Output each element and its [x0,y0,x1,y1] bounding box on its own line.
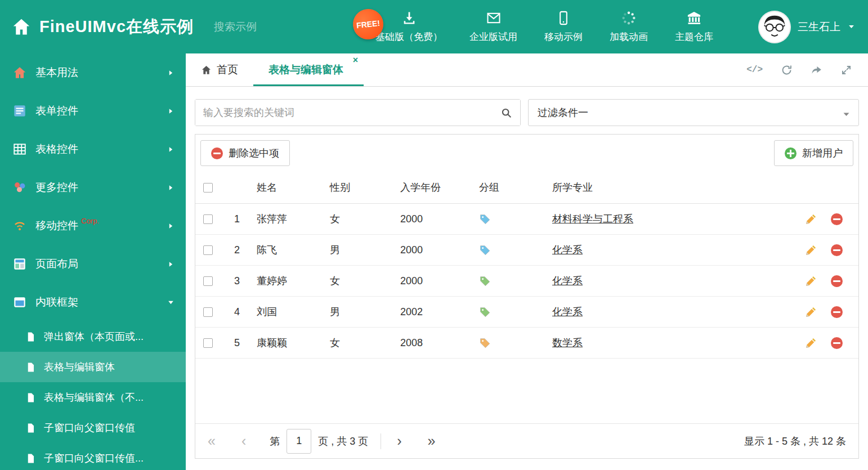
sidebar-item-label: 表格控件 [35,142,78,156]
major-link[interactable]: 材料科学与工程系 [552,213,633,225]
row-checkbox[interactable] [203,338,213,348]
download-icon [401,10,417,26]
keyword-search-input[interactable] [195,100,520,126]
sidebar-subitem-child-to-parent[interactable]: 子窗口向父窗口传值 [0,413,186,443]
caret-down-icon [842,110,851,117]
sidebar-subitem-grid-edit-window-2[interactable]: 表格与编辑窗体（不... [0,382,186,413]
delete-icon[interactable] [831,275,843,287]
row-gender: 女 [327,336,397,350]
sidebar-item-more-controls[interactable]: 更多控件 [0,168,186,207]
sidebar-subitem-grid-edit-window[interactable]: 表格与编辑窗体 [0,352,186,382]
next-page-icon[interactable]: › [397,434,401,448]
nav-basic-free[interactable]: FREE! 基础版（免费） [362,10,456,43]
nav-loading-animation[interactable]: 加载动画 [596,10,661,43]
filter-dropdown[interactable]: 过滤条件一 [528,99,859,126]
sidebar-subitem-child-to-parent-2[interactable]: 子窗口向父窗口传值... [0,443,186,470]
table-row: 5 康颖颖 女 2008 数学系 [195,328,858,359]
brand[interactable]: FineUIMvc在线示例 [0,16,194,38]
layout-icon [12,257,27,271]
grid-panel: 删除选中项 新增用户 姓名 性别 入学年份 分组 所学专业 1 张萍萍 [195,134,859,459]
sidebar-item-label: 更多控件 [35,180,78,195]
table-icon [12,142,27,156]
tab-bar: 首页 表格与编辑窗体 × </> [186,53,868,87]
delete-icon[interactable] [831,306,843,318]
major-link[interactable]: 化学系 [552,244,583,256]
table-row: 4 刘国 男 2002 化学系 [195,297,858,328]
edit-icon[interactable] [805,306,817,318]
open-new-window-icon[interactable] [811,64,822,76]
col-header-group: 分组 [476,181,549,194]
chevron-down-icon [167,299,175,306]
source-code-icon[interactable]: </> [746,65,763,75]
app-title: FineUIMvc在线示例 [39,16,194,38]
add-button-label: 新增用户 [802,146,843,160]
sidebar-item-form-controls[interactable]: 表单控件 [0,92,186,130]
major-link[interactable]: 化学系 [552,275,583,287]
select-all-checkbox[interactable] [203,183,213,193]
tab-actions: </> [746,53,868,86]
last-page-icon[interactable]: » [428,434,436,448]
grid-toolbar: 删除选中项 新增用户 [195,135,858,172]
nav-enterprise-trial[interactable]: 企业版试用 [456,10,531,43]
tab-home[interactable]: 首页 [186,53,253,86]
main-content: 首页 表格与编辑窗体 × </> 过滤条件一 [186,53,868,470]
edit-icon[interactable] [805,213,817,225]
major-link[interactable]: 化学系 [552,306,583,317]
avatar [758,11,791,43]
row-gender: 男 [327,243,397,257]
user-menu[interactable]: 三生石上 [758,11,868,43]
nav-label: 基础版（免费） [375,30,442,43]
sidebar-item-inline-frame[interactable]: 内联框架 [0,283,186,321]
major-link[interactable]: 数学系 [552,337,583,348]
row-checkbox[interactable] [203,245,213,255]
sidebar-subitem-label: 弹出窗体（本页面或... [44,330,144,343]
sidebar-item-mobile-controls[interactable]: 移动控件 Corp. [0,207,186,245]
home-icon [12,65,27,80]
widgets-icon [12,180,27,195]
delete-icon[interactable] [831,244,843,256]
form-icon [12,104,27,118]
tab-grid-edit-window[interactable]: 表格与编辑窗体 × [253,53,364,86]
edit-icon[interactable] [805,275,817,287]
sidebar-item-basic-usage[interactable]: 基本用法 [0,53,186,92]
delete-icon[interactable] [831,337,843,349]
pagination-bar: « ‹ 第 页 , 共 3 页 › » 显示 1 - 5 条 , 共 12 条 [195,423,858,458]
close-icon[interactable]: × [353,55,358,65]
sidebar-item-page-layout[interactable]: 页面布局 [0,245,186,283]
row-name: 刘国 [254,305,327,319]
row-index: 4 [220,306,254,318]
user-name: 三生石上 [798,20,840,34]
sidebar: 基本用法 表单控件 表格控件 更多控件 移动控件 Corp. 页面布局 [0,53,186,470]
row-name: 陈飞 [254,243,327,257]
header-search[interactable] [214,21,335,33]
nav-theme-store[interactable]: 主题仓库 [661,10,727,43]
delete-icon[interactable] [831,213,843,225]
fullscreen-icon[interactable] [840,64,852,76]
row-checkbox[interactable] [203,214,213,224]
sidebar-subitem-popup-window[interactable]: 弹出窗体（本页面或... [0,321,186,352]
file-icon [25,332,36,342]
top-header: FineUIMvc在线示例 FREE! 基础版（免费） 企业版试用 移动示例 [0,0,868,53]
refresh-icon[interactable] [781,64,793,76]
edit-icon[interactable] [805,337,817,349]
page-number-input[interactable] [287,429,311,454]
tab-label: 表格与编辑窗体 [269,62,343,77]
row-checkbox[interactable] [203,307,213,317]
keyword-search[interactable] [195,99,521,126]
filter-row: 过滤条件一 [195,99,859,126]
nav-mobile-demo[interactable]: 移动示例 [531,10,596,43]
search-icon[interactable] [500,107,512,119]
row-checkbox[interactable] [203,276,213,286]
first-page-icon[interactable]: « [208,434,216,448]
row-name: 董婷婷 [254,274,327,288]
sidebar-item-grid-controls[interactable]: 表格控件 [0,130,186,168]
add-user-button[interactable]: 新增用户 [774,140,853,166]
delete-button-label: 删除选中项 [229,146,279,160]
edit-icon[interactable] [805,244,817,256]
page-prefix: 第 [270,435,280,448]
prev-page-icon[interactable]: ‹ [241,434,246,448]
nav-label: 主题仓库 [675,30,713,43]
delete-selected-button[interactable]: 删除选中项 [200,140,290,166]
header-search-input[interactable] [214,21,352,33]
sidebar-subitem-label: 子窗口向父窗口传值 [44,421,135,435]
